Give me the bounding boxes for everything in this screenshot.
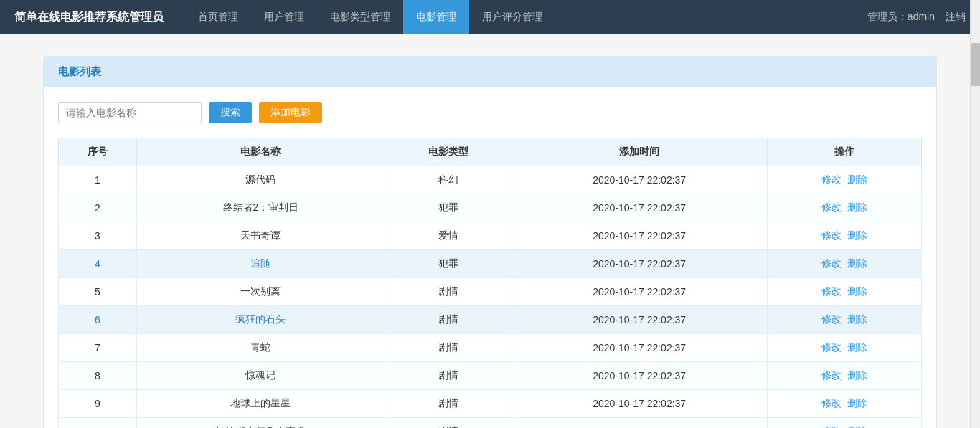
row-id: 3: [59, 222, 137, 250]
row-id: 10: [59, 418, 137, 429]
table-row: 5一次别离剧情2020-10-17 22:02:37修改删除: [59, 278, 922, 306]
col-header: 电影类型: [385, 138, 512, 166]
logout-button[interactable]: 注销: [946, 11, 966, 24]
row-id: 9: [59, 390, 137, 418]
delete-link[interactable]: 删除: [847, 313, 867, 325]
table-header: 序号电影名称电影类型添加时间操作: [59, 138, 922, 166]
table-row: 1源代码科幻2020-10-17 22:02:37修改删除: [59, 166, 922, 194]
edit-link[interactable]: 修改: [821, 397, 842, 409]
row-actions: 修改删除: [767, 334, 921, 362]
row-title: 天书奇谭: [136, 222, 385, 250]
row-title: 地球上的星星: [136, 390, 385, 418]
row-actions: 修改删除: [767, 166, 921, 194]
row-time: 2020-10-17 22:02:37: [512, 194, 767, 222]
nav-item-首页管理[interactable]: 首页管理: [185, 0, 251, 34]
table-row: 10枯岭街少年杀人事件剧情2020-10-17 22:02:37修改删除: [59, 418, 922, 429]
navbar: 简单在线电影推荐系统管理员 首页管理用户管理电影类型管理电影管理用户评分管理 管…: [0, 0, 980, 34]
edit-link[interactable]: 修改: [821, 229, 842, 241]
row-type: 爱情: [385, 222, 512, 250]
delete-link[interactable]: 删除: [847, 173, 867, 185]
row-id: 7: [59, 334, 137, 362]
row-title: 一次别离: [136, 278, 385, 306]
add-movie-button[interactable]: 添加电影: [259, 102, 322, 123]
row-type: 剧情: [385, 418, 512, 429]
scrollbar-thumb[interactable]: [971, 43, 980, 86]
row-id: 6: [59, 306, 137, 334]
edit-link[interactable]: 修改: [821, 201, 842, 213]
row-id: 1: [59, 166, 137, 194]
row-id: 2: [59, 194, 137, 222]
movie-table: 序号电影名称电影类型添加时间操作 1源代码科幻2020-10-17 22:02:…: [58, 138, 922, 428]
nav-item-电影类型管理[interactable]: 电影类型管理: [317, 0, 403, 34]
row-time: 2020-10-17 22:02:37: [512, 278, 767, 306]
edit-link[interactable]: 修改: [821, 257, 842, 269]
row-type: 剧情: [385, 390, 512, 418]
card-title: 电影列表: [44, 57, 936, 87]
table-row: 3天书奇谭爱情2020-10-17 22:02:37修改删除: [59, 222, 922, 250]
row-title: 青蛇: [136, 334, 385, 362]
row-type: 犯罪: [385, 250, 512, 278]
row-time: 2020-10-17 22:02:37: [512, 362, 767, 390]
row-actions: 修改删除: [767, 194, 921, 222]
row-time: 2020-10-17 22:02:37: [512, 166, 767, 194]
nav-item-用户评分管理[interactable]: 用户评分管理: [469, 0, 555, 34]
edit-link[interactable]: 修改: [821, 341, 842, 353]
row-time: 2020-10-17 22:02:37: [512, 334, 767, 362]
table-row: 2终结者2：审判日犯罪2020-10-17 22:02:37修改删除: [59, 194, 922, 222]
edit-link[interactable]: 修改: [821, 313, 842, 325]
row-type: 剧情: [385, 306, 512, 334]
row-type: 剧情: [385, 278, 512, 306]
row-id: 8: [59, 362, 137, 390]
row-title: 惊魂记: [136, 362, 385, 390]
admin-label: 管理员：admin: [867, 11, 935, 24]
search-bar: 搜索 添加电影: [58, 102, 922, 123]
row-time: 2020-10-17 22:02:37: [512, 306, 767, 334]
navbar-right: 管理员：admin 注销: [867, 11, 966, 24]
edit-link[interactable]: 修改: [821, 285, 842, 297]
row-actions: 修改删除: [767, 362, 921, 390]
row-actions: 修改删除: [767, 250, 921, 278]
row-title: 追随: [136, 250, 385, 278]
edit-link[interactable]: 修改: [821, 425, 842, 428]
row-title: 疯狂的石头: [136, 306, 385, 334]
nav-item-电影管理[interactable]: 电影管理: [403, 0, 469, 34]
brand-title: 简单在线电影推荐系统管理员: [14, 10, 164, 25]
table-row: 7青蛇剧情2020-10-17 22:02:37修改删除: [59, 334, 922, 362]
delete-link[interactable]: 删除: [847, 201, 867, 213]
row-time: 2020-10-17 22:02:37: [512, 390, 767, 418]
row-id: 5: [59, 278, 137, 306]
row-title: 源代码: [136, 166, 385, 194]
row-actions: 修改删除: [767, 222, 921, 250]
table-row: 9地球上的星星剧情2020-10-17 22:02:37修改删除: [59, 390, 922, 418]
row-time: 2020-10-17 22:02:37: [512, 222, 767, 250]
row-type: 剧情: [385, 334, 512, 362]
row-id: 4: [59, 250, 137, 278]
row-time: 2020-10-17 22:02:37: [512, 250, 767, 278]
search-input[interactable]: [58, 102, 202, 123]
edit-link[interactable]: 修改: [821, 173, 842, 185]
edit-link[interactable]: 修改: [821, 369, 842, 381]
row-type: 科幻: [385, 166, 512, 194]
col-header: 添加时间: [512, 138, 767, 166]
col-header: 操作: [767, 138, 921, 166]
delete-link[interactable]: 删除: [847, 369, 867, 381]
delete-link[interactable]: 删除: [847, 285, 867, 297]
nav-menu: 首页管理用户管理电影类型管理电影管理用户评分管理: [185, 0, 867, 34]
delete-link[interactable]: 删除: [847, 397, 867, 409]
nav-item-用户管理[interactable]: 用户管理: [251, 0, 317, 34]
search-button[interactable]: 搜索: [209, 102, 252, 123]
delete-link[interactable]: 删除: [847, 229, 867, 241]
table-row: 4追随犯罪2020-10-17 22:02:37修改删除: [59, 250, 922, 278]
movie-list-card: 电影列表 搜索 添加电影 序号电影名称电影类型添加时间操作 1源代码科幻2020…: [43, 56, 937, 428]
row-title: 枯岭街少年杀人事件: [136, 418, 385, 429]
row-actions: 修改删除: [767, 418, 921, 429]
delete-link[interactable]: 删除: [847, 257, 867, 269]
delete-link[interactable]: 删除: [847, 425, 867, 428]
delete-link[interactable]: 删除: [847, 341, 867, 353]
col-header: 电影名称: [136, 138, 385, 166]
scrollbar[interactable]: [970, 0, 980, 428]
table-row: 6疯狂的石头剧情2020-10-17 22:02:37修改删除: [59, 306, 922, 334]
row-actions: 修改删除: [767, 278, 921, 306]
row-actions: 修改删除: [767, 306, 921, 334]
table-row: 8惊魂记剧情2020-10-17 22:02:37修改删除: [59, 362, 922, 390]
